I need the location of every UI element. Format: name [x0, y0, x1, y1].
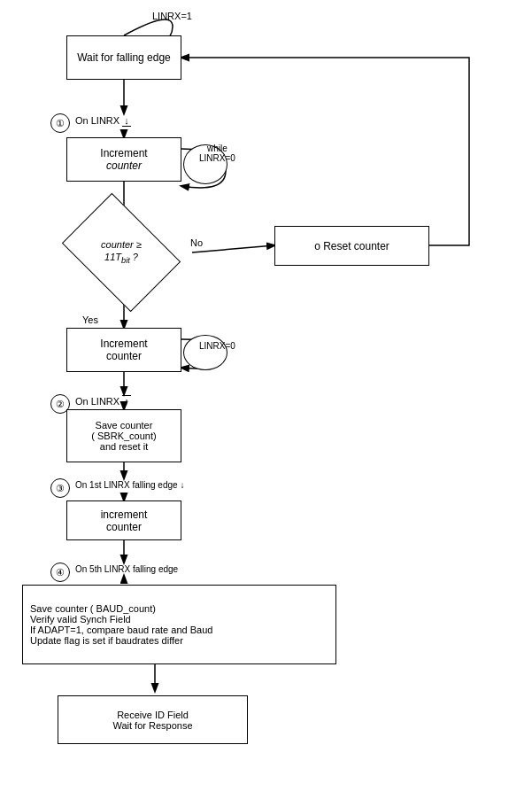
increment-counter-1-box: Incrementcounter	[66, 137, 181, 182]
circle-3: ③	[50, 478, 70, 498]
svg-line-3	[192, 245, 274, 252]
receive-id-box: Receive ID FieldWait for Response	[58, 695, 248, 744]
flowchart-diagram: Wait for falling edge ① On LINRX ↓ Incre…	[0, 0, 532, 807]
reset-counter-box: o Reset counter	[274, 226, 429, 266]
on-1st-label: On 1st LINRX falling edge ↓	[75, 480, 184, 490]
while-linrx-label: whileLINRX=0	[199, 144, 235, 163]
circle-4: ④	[50, 563, 70, 582]
save-baud-box: Save counter ( BAUD_count) Verify valid …	[22, 585, 336, 664]
linrx0-label: LINRX=0	[199, 341, 235, 351]
diamond-label: counter ≥11Tbit ?	[73, 217, 170, 288]
on-linrx-1-label: On LINRX ↓	[75, 115, 131, 126]
increment-counter-2-box: Incrementcounter	[66, 328, 181, 372]
on-linrx-2-label: On LINRX ↑	[75, 396, 131, 407]
circle-1: ①	[50, 113, 70, 133]
loop-oval-2	[183, 335, 227, 370]
linrx1-label: LINRX=1	[152, 11, 192, 21]
no-label: No	[190, 237, 203, 248]
diamond-counter: counter ≥11Tbit ?	[73, 217, 170, 288]
save-sbrk-box: Save counter( SBRK_count)and reset it	[66, 409, 181, 462]
increment-counter-3-box: incrementcounter	[66, 500, 181, 540]
wait-falling-edge-box: Wait for falling edge	[66, 35, 181, 80]
yes-label: Yes	[82, 314, 98, 325]
on-5th-label: On 5th LINRX falling edge	[75, 564, 178, 574]
